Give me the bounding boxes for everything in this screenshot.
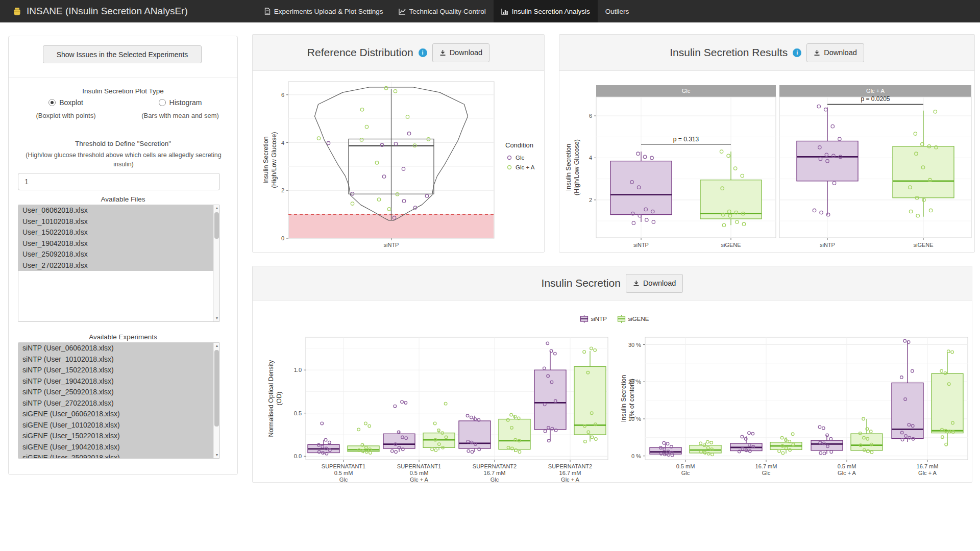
scroll-up-icon[interactable]: ▲ xyxy=(214,205,220,211)
list-item[interactable]: siNTP (User_27022018.xlsx) xyxy=(18,398,213,409)
list-item[interactable]: siGENE (User_15022018.xlsx) xyxy=(18,431,213,442)
svg-text:siNTP: siNTP xyxy=(820,242,835,248)
list-item[interactable]: User_19042018.xlsx xyxy=(18,238,213,249)
navbar-tabs: Experiments Upload & Plot SettingsTechni… xyxy=(257,0,637,22)
threshold-input[interactable] xyxy=(18,173,220,190)
list-item[interactable]: User_06062018.xlsx xyxy=(18,205,213,216)
svg-text:p = 0.0205: p = 0.0205 xyxy=(861,95,890,103)
list-item[interactable]: User_10102018.xlsx xyxy=(18,216,213,228)
tab-technical-quality-control[interactable]: Technical Quality-Control xyxy=(391,0,494,22)
line-chart-icon xyxy=(399,8,406,15)
svg-text:Insulin Secretion: Insulin Secretion xyxy=(565,144,572,191)
available-experiments-label: Available Experiments xyxy=(9,333,237,341)
svg-text:2: 2 xyxy=(281,187,284,193)
threshold-help-text: (High/low glucose threshold above which … xyxy=(21,151,226,169)
radio-button-icon[interactable] xyxy=(159,99,166,106)
list-item[interactable]: siNTP (User_25092018.xlsx) xyxy=(18,387,213,398)
available-experiments-listbox[interactable]: siNTP (User_06062018.xlsx)siNTP (User_10… xyxy=(18,342,220,459)
app-title: INSANE (INsulin Secretion ANalysEr) xyxy=(27,6,188,17)
svg-text:siNTP: siNTP xyxy=(591,316,607,322)
svg-text:16.7 mM: 16.7 mM xyxy=(755,463,777,469)
list-item[interactable]: User_27022018.xlsx xyxy=(18,260,213,271)
radio-boxplot[interactable]: Boxplot xyxy=(48,98,83,107)
info-icon[interactable]: i xyxy=(419,48,427,57)
experiments-scrollbar[interactable]: ▲ ▼ xyxy=(213,343,219,458)
show-issues-button[interactable]: Show Issues in the Selected Experiments xyxy=(43,45,202,63)
scroll-down-icon[interactable]: ▼ xyxy=(214,452,220,458)
insulin-secretion-panel: Insulin Secretion Download siNTPsiGENESU… xyxy=(252,266,972,483)
reference-download-button[interactable]: Download xyxy=(432,43,490,62)
svg-text:siNTP: siNTP xyxy=(633,242,649,248)
svg-text:SUPERNATANT2: SUPERNATANT2 xyxy=(548,463,592,469)
svg-text:Glc: Glc xyxy=(491,477,499,482)
tab-label: Insulin Secretion Analysis xyxy=(512,8,590,15)
list-item[interactable]: User_15022018.xlsx xyxy=(18,227,213,238)
svg-text:(% of content): (% of content) xyxy=(628,379,635,418)
reference-distribution-panel: Reference Distribution i Download 0246si… xyxy=(252,34,545,253)
svg-text:0 %: 0 % xyxy=(631,453,641,459)
scroll-down-icon[interactable]: ▼ xyxy=(214,315,220,321)
svg-text:0.5 mM: 0.5 mM xyxy=(410,470,429,476)
reference-chart: 0246siNTPInsulin Secretion(High/Low Gluc… xyxy=(253,71,544,252)
bar-chart-icon xyxy=(501,8,508,15)
svg-text:0.5: 0.5 xyxy=(294,410,302,416)
svg-text:4: 4 xyxy=(281,140,284,146)
results-download-button[interactable]: Download xyxy=(806,43,864,62)
file-document-icon xyxy=(264,8,271,15)
results-panel-header: Insulin Secretion Results i Download xyxy=(559,35,974,71)
files-scrollbar[interactable]: ▲ ▼ xyxy=(213,205,219,321)
results-panel-title: Insulin Secretion Results xyxy=(670,46,788,59)
list-item[interactable]: siNTP (User_19042018.xlsx) xyxy=(18,376,213,387)
plot-type-option-histogram: Histogram(Bars with mean and sem) xyxy=(123,98,237,119)
sidebar-panel: Show Issues in the Selected Experiments … xyxy=(8,36,238,475)
svg-text:0.5 mM: 0.5 mM xyxy=(838,463,856,469)
available-files-rows: User_06062018.xlsxUser_10102018.xlsxUser… xyxy=(18,205,213,321)
plot-type-radio-group: Boxplot(Boxplot with points)Histogram(Ba… xyxy=(9,98,237,119)
svg-text:Glc + A: Glc + A xyxy=(866,88,885,94)
list-item[interactable]: siNTP (User_15022018.xlsx) xyxy=(18,365,213,376)
download-icon xyxy=(814,49,820,56)
list-item[interactable]: siNTP (User_06062018.xlsx) xyxy=(18,343,213,354)
svg-text:2: 2 xyxy=(589,197,592,203)
radio-histogram[interactable]: Histogram xyxy=(159,98,202,107)
secretion-charts: siNTPsiGENESUPERNATANT10.5 mMGlcSUPERNAT… xyxy=(253,300,972,482)
svg-text:4: 4 xyxy=(589,155,592,161)
secretion-panel-title: Insulin Secretion xyxy=(542,277,621,289)
tab-outliers[interactable]: Outliers xyxy=(598,0,637,22)
svg-text:0.0: 0.0 xyxy=(294,453,302,459)
honeypot-logo-icon xyxy=(12,7,22,16)
available-experiments-rows: siNTP (User_06062018.xlsx)siNTP (User_10… xyxy=(18,343,213,458)
available-files-listbox[interactable]: User_06062018.xlsxUser_10102018.xlsxUser… xyxy=(18,205,220,322)
svg-text:SUPERNATANT1: SUPERNATANT1 xyxy=(322,463,365,469)
files-scrollbar-thumb[interactable] xyxy=(214,212,219,239)
secretion-download-button[interactable]: Download xyxy=(626,274,683,293)
radio-button-icon[interactable] xyxy=(48,99,56,106)
radio-label: Boxplot xyxy=(59,98,83,107)
list-item[interactable]: siGENE (User_25092018.xlsx) xyxy=(18,453,213,458)
svg-text:Glc + A: Glc + A xyxy=(561,477,579,482)
svg-text:0.5 mM: 0.5 mM xyxy=(676,463,695,469)
svg-text:siGENE: siGENE xyxy=(628,316,649,322)
svg-text:30 %: 30 % xyxy=(628,342,641,348)
list-item[interactable]: siGENE (User_19042018.xlsx) xyxy=(18,442,213,453)
list-item[interactable]: siNTP (User_10102018.xlsx) xyxy=(18,354,213,365)
experiments-scrollbar-thumb[interactable] xyxy=(214,350,219,427)
threshold-label: Threshold to Define "Secretion" xyxy=(9,140,237,147)
svg-text:Insulin Secretion: Insulin Secretion xyxy=(620,375,627,422)
tab-experiments-upload-plot-settings[interactable]: Experiments Upload & Plot Settings xyxy=(257,0,391,22)
svg-text:1.0: 1.0 xyxy=(294,367,302,373)
svg-text:6: 6 xyxy=(589,113,592,119)
results-chart: GlcsiNTPsiGENEp = 0.313Glc + AsiNTPsiGEN… xyxy=(559,71,974,252)
list-item[interactable]: siGENE (User_10102018.xlsx) xyxy=(18,420,213,431)
list-item[interactable]: User_25092018.xlsx xyxy=(18,249,213,260)
list-item[interactable]: siGENE (User_06062018.xlsx) xyxy=(18,409,213,420)
secretion-panel-header: Insulin Secretion Download xyxy=(253,266,972,300)
svg-text:Glc + A: Glc + A xyxy=(918,470,937,476)
info-icon[interactable]: i xyxy=(793,48,801,57)
scroll-up-icon[interactable]: ▲ xyxy=(214,343,220,349)
svg-text:0: 0 xyxy=(281,235,284,241)
svg-text:Glc: Glc xyxy=(681,470,690,476)
tab-insulin-secretion-analysis[interactable]: Insulin Secretion Analysis xyxy=(494,0,598,22)
tab-label: Experiments Upload & Plot Settings xyxy=(274,8,383,15)
radio-caption: (Bars with mean and sem) xyxy=(123,112,237,119)
